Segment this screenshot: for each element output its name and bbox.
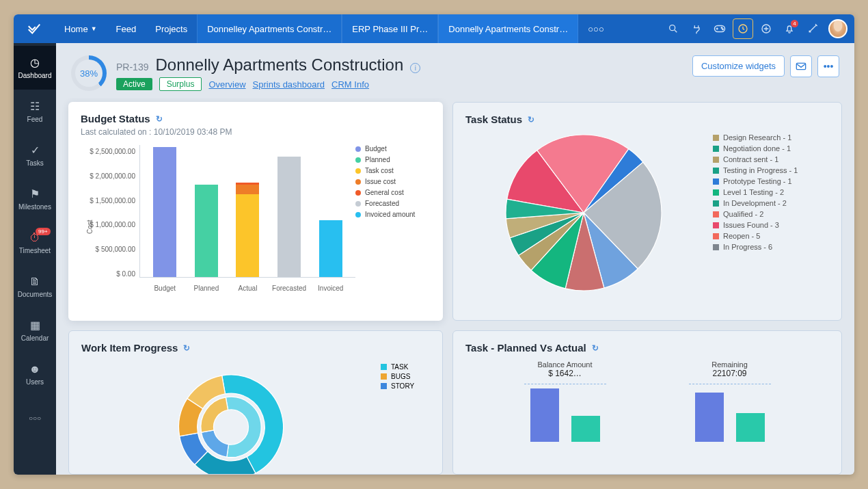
refresh-icon[interactable]: ↻	[183, 343, 190, 353]
sidebar-item-label: Calendar	[21, 334, 49, 342]
nav-tab-2[interactable]: Donnelly Apartments Constr…	[438, 14, 578, 43]
clock-icon[interactable]	[733, 18, 753, 39]
tpa-value: $ 1642…	[548, 369, 582, 378]
legend-label: Issue cost	[365, 178, 396, 185]
legend-item: Task cost	[355, 167, 431, 174]
legend-item: BUGS	[381, 373, 430, 380]
nav-feed[interactable]: Feed	[107, 14, 146, 43]
nav-projects-label: Projects	[155, 24, 187, 34]
legend-label: Forecasted	[365, 200, 399, 207]
nav-tab-0[interactable]: Donnelley Apartments Constr…	[197, 14, 342, 43]
bell-icon[interactable]: 4	[779, 18, 800, 39]
legend-swatch-icon	[355, 212, 361, 217]
sidebar-item-label: Timesheet	[19, 247, 51, 254]
legend-item: Prototype Testing - 1	[713, 177, 829, 185]
sidebar-item-documents[interactable]: 🗎 Documents	[14, 265, 56, 308]
legend-label: TASK	[391, 363, 408, 371]
sidebar-item-timesheet[interactable]: ⏱ 99+ Timesheet	[14, 221, 56, 265]
legend-swatch-icon	[713, 146, 719, 152]
legend-swatch-icon	[713, 157, 719, 163]
nav-home[interactable]: Home ▼	[55, 14, 107, 43]
gamepad-icon[interactable]	[709, 18, 730, 39]
calendar-icon: ▦	[30, 319, 40, 332]
sidebar-item-milestones[interactable]: ⚑ Milestones	[14, 177, 56, 221]
legend-swatch-icon	[381, 373, 387, 380]
nav-tab-label: ERP Phase III Pr…	[352, 24, 428, 34]
card-title-text: Task - Planned Vs Actual	[465, 342, 586, 354]
legend-swatch-icon	[381, 383, 387, 389]
tab-crm-info[interactable]: CRM Info	[331, 79, 369, 90]
header-actions: Customize widgets •••	[692, 55, 839, 77]
legend-item: General cost	[355, 189, 431, 196]
legend-swatch-icon	[355, 190, 361, 196]
sidebar-item-label: Users	[26, 378, 44, 386]
legend-swatch-icon	[713, 222, 719, 228]
bar-label: Planned	[194, 285, 219, 292]
legend-item: Contract sent - 1	[713, 155, 829, 163]
tab-overview[interactable]: Overview	[208, 79, 245, 90]
plus-icon[interactable]	[756, 18, 776, 39]
sidebar-item-tasks[interactable]: ✓ Tasks	[14, 133, 56, 177]
legend-label: Prototype Testing - 1	[723, 177, 792, 185]
nav-tab-1[interactable]: ERP Phase III Pr…	[342, 14, 438, 43]
legend-item: Reopen - 5	[713, 232, 829, 240]
legend-label: General cost	[365, 189, 404, 196]
legend-label: Design Research - 1	[723, 133, 791, 142]
legend-swatch-icon	[713, 200, 719, 207]
status-surplus-badge: Surplus	[159, 77, 202, 91]
refresh-icon[interactable]: ↻	[528, 115, 534, 124]
more-options-button[interactable]: •••	[817, 55, 839, 77]
legend-item: Testing in Progress - 1	[713, 166, 829, 174]
legend-label: Testing in Progress - 1	[723, 166, 798, 174]
search-icon[interactable]	[663, 18, 683, 39]
task-planned-vs-actual-card: Task - Planned Vs Actual ↻ Balance Amoun…	[452, 330, 842, 475]
sidebar-item-more[interactable]: ○○○	[14, 396, 56, 440]
legend-label: Contract sent - 1	[723, 155, 778, 163]
customize-widgets-button[interactable]: Customize widgets	[692, 55, 785, 77]
legend-swatch-icon	[355, 146, 361, 152]
more-icon: ○○○	[29, 414, 41, 422]
legend-label: Invoiced amount	[365, 211, 415, 218]
refresh-icon[interactable]: ↻	[592, 343, 599, 353]
task-status-legend: Design Research - 1Negotiation done - 1C…	[713, 131, 829, 295]
bar-segment	[195, 185, 218, 277]
nav-tab-label: Donnelley Apartments Constr…	[207, 24, 331, 34]
refresh-icon[interactable]: ↻	[156, 114, 163, 124]
nav-projects[interactable]: Projects	[146, 14, 197, 43]
sidebar-item-users[interactable]: ☻ Users	[14, 352, 56, 396]
bar-group: Planned	[190, 185, 223, 277]
brand-logo[interactable]	[14, 14, 55, 43]
planned-vs-actual-chart: Balance Amount$ 1642…Remaining22107:09	[465, 360, 829, 463]
bar-group: Actual	[231, 183, 264, 277]
ellipsis-icon: •••	[824, 61, 834, 72]
legend-item: Budget	[355, 145, 431, 153]
legend-item: Invoiced amount	[355, 211, 431, 218]
sidebar-item-feed[interactable]: ☷ Feed	[14, 90, 56, 133]
legend-swatch-icon	[713, 168, 719, 174]
status-active-badge: Active	[116, 78, 152, 90]
info-icon[interactable]: i	[410, 63, 420, 73]
mail-button[interactable]	[790, 55, 812, 77]
ellipsis-icon: ○○○	[588, 24, 604, 34]
work-item-progress-card: Work Item Progress ↻ TASKBUGSSTORY	[68, 330, 443, 475]
tab-sprints-dashboard[interactable]: Sprints dashboard	[253, 79, 325, 90]
feed-icon: ☷	[30, 100, 40, 113]
y-tick: $ 2,500,000.00	[81, 148, 139, 155]
svg-rect-6	[796, 63, 805, 69]
card-sub-value: 10/10/2019 03:48 PM	[154, 127, 232, 137]
divider	[689, 384, 771, 384]
legend-swatch-icon	[355, 157, 361, 163]
plug-icon[interactable]	[686, 18, 707, 39]
work-item-legend: TASKBUGSSTORY	[381, 363, 430, 475]
nav-more[interactable]: ○○○	[578, 14, 614, 43]
dashboard-icon: ◷	[30, 56, 40, 69]
legend-swatch-icon	[713, 179, 719, 185]
user-avatar[interactable]	[828, 19, 847, 38]
sidebar-item-dashboard[interactable]: ◷ Dashboard	[14, 46, 56, 90]
svg-point-0	[670, 25, 675, 31]
nav-feed-label: Feed	[116, 24, 137, 34]
tools-icon[interactable]	[802, 18, 823, 39]
y-tick: $ 1,500,000.00	[81, 197, 139, 204]
nav-home-label: Home	[64, 24, 88, 34]
sidebar-item-calendar[interactable]: ▦ Calendar	[14, 308, 56, 352]
